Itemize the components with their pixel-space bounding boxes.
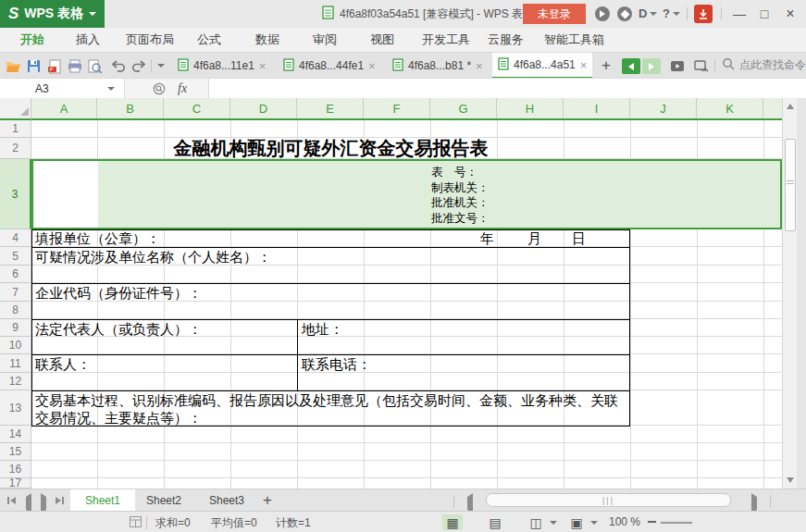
selection-row-3[interactable]: 表 号： 制表机关： 批准机关： 批准文号：	[31, 159, 782, 229]
column-header-I[interactable]: I	[564, 98, 630, 118]
toolbar-options-chevron-icon[interactable]	[157, 64, 165, 68]
minimize-button[interactable]: —	[727, 0, 751, 28]
menu-tab-view[interactable]: 视图	[370, 28, 394, 52]
row-header-11[interactable]: 11	[0, 354, 31, 373]
ink-pen-button[interactable]: D	[639, 6, 657, 20]
row-header-3[interactable]: 3	[0, 159, 31, 229]
workspace-icon[interactable]	[668, 57, 686, 75]
print-preview-icon[interactable]	[86, 57, 104, 75]
column-header-B[interactable]: B	[97, 98, 164, 118]
theme-icon[interactable]	[617, 6, 632, 21]
scroll-down-icon[interactable]	[787, 477, 794, 483]
menu-tab-insert[interactable]: 插入	[76, 28, 100, 52]
find-command-search[interactable]: 点此查找命令	[722, 57, 806, 73]
export-pdf-icon[interactable]: P	[45, 57, 63, 75]
row-header-1[interactable]: 1	[0, 120, 31, 138]
hscroll-left-icon[interactable]	[467, 497, 473, 510]
insert-function-icon[interactable]: fx	[178, 81, 187, 96]
close-tab-icon[interactable]: ×	[368, 59, 376, 73]
column-header-G[interactable]: G	[430, 98, 497, 118]
select-all-corner[interactable]	[0, 98, 31, 120]
row-header-15[interactable]: 15	[0, 443, 31, 461]
row-header-9[interactable]: 9	[0, 319, 31, 337]
column-header-H[interactable]: H	[497, 98, 564, 118]
name-box[interactable]: A3	[0, 79, 125, 99]
document-tab-4-active[interactable]: 4f6a8...4a51 ×	[492, 53, 592, 79]
page-break-view-icon[interactable]: ◫	[526, 514, 546, 530]
tab-scroll-right-button[interactable]	[642, 58, 661, 74]
column-header-D[interactable]: D	[230, 98, 297, 118]
column-header-F[interactable]: F	[364, 98, 430, 118]
close-tab-icon[interactable]: ×	[476, 59, 483, 73]
chevron-down-icon[interactable]	[590, 521, 598, 525]
column-header-A[interactable]: A	[31, 98, 97, 118]
new-tab-button[interactable]: +	[601, 56, 611, 75]
add-sheet-button[interactable]: +	[263, 491, 272, 510]
column-header-K[interactable]: K	[697, 98, 763, 118]
normal-view-icon[interactable]: ▦	[442, 514, 463, 530]
formula-input[interactable]	[208, 79, 806, 99]
menu-tab-review[interactable]: 审阅	[313, 28, 337, 52]
last-sheet-icon[interactable]	[56, 497, 64, 504]
row-header-17[interactable]: 17	[0, 478, 31, 489]
menu-tab-developer[interactable]: 开发工具	[422, 28, 470, 52]
first-sheet-icon[interactable]	[7, 497, 16, 504]
menu-tab-data[interactable]: 数据	[255, 28, 279, 52]
menu-tab-cloud[interactable]: 云服务	[488, 28, 524, 52]
zoom-slider[interactable]	[661, 522, 692, 524]
horizontal-scroll-thumb[interactable]: |||	[486, 493, 731, 507]
page-layout-view-icon[interactable]: ▤	[485, 514, 505, 530]
row-header-6[interactable]: 6	[0, 266, 31, 283]
wps-menu-button[interactable]: S WPS 表格	[0, 0, 105, 28]
active-cell-A3[interactable]	[33, 161, 98, 228]
zoom-out-icon[interactable]	[648, 521, 656, 523]
save-icon[interactable]	[25, 57, 43, 75]
reading-mode-icon[interactable]: ▣	[566, 514, 587, 530]
maximize-button[interactable]: □	[752, 0, 776, 28]
open-file-icon[interactable]	[5, 57, 22, 75]
tab-scroll-left-button[interactable]	[622, 58, 640, 74]
close-tab-icon[interactable]: ×	[259, 59, 267, 73]
vertical-scrollbar[interactable]	[782, 98, 797, 489]
redo-icon[interactable]	[130, 57, 147, 75]
hscroll-right-icon[interactable]	[751, 497, 757, 510]
print-icon[interactable]	[66, 57, 83, 75]
sheet-tab-sheet1[interactable]: Sheet1	[70, 489, 135, 511]
zoom-level[interactable]: 100 %	[609, 515, 640, 528]
previous-sheet-icon[interactable]	[26, 497, 31, 510]
undo-icon[interactable]	[109, 57, 127, 75]
close-tab-icon[interactable]: ×	[580, 58, 588, 72]
close-button[interactable]: ×	[778, 0, 802, 28]
menu-tab-home[interactable]: 开始	[20, 28, 44, 52]
row-header-14[interactable]: 14	[0, 426, 31, 443]
menu-tab-formulas[interactable]: 公式	[197, 28, 221, 52]
row-header-5[interactable]: 5	[0, 247, 31, 266]
sheet-tab-sheet3[interactable]: Sheet3	[194, 489, 259, 511]
download-icon[interactable]	[694, 5, 713, 23]
row-header-4[interactable]: 4	[0, 229, 31, 247]
sheet-tab-sheet2[interactable]: Sheet2	[131, 489, 196, 511]
help-button[interactable]: ?	[663, 6, 680, 20]
smart-search-icon[interactable]	[153, 82, 166, 98]
row-header-13[interactable]: 13	[0, 390, 31, 426]
row-header-7[interactable]: 7	[0, 283, 31, 302]
chevron-down-icon[interactable]	[550, 521, 557, 525]
row-header-10[interactable]: 10	[0, 337, 31, 354]
chevron-down-icon[interactable]	[107, 87, 115, 91]
next-sheet-icon[interactable]	[41, 497, 46, 510]
login-button[interactable]: 未登录	[523, 4, 586, 24]
share-document-icon[interactable]	[692, 57, 710, 75]
menu-tab-page-layout[interactable]: 页面布局	[126, 28, 174, 52]
document-tab-1[interactable]: 4f6a8...11e1 ×	[172, 53, 271, 79]
worksheet-cells[interactable]: 金融机构甄别可疑外汇资金交易报告表 表 号： 制表机关： 批准机关： 批准文号：…	[31, 120, 782, 489]
column-header-J[interactable]: J	[630, 98, 697, 118]
vertical-scroll-thumb[interactable]	[785, 139, 796, 231]
document-tab-2[interactable]: 4f6a8...44fe1 ×	[278, 53, 381, 79]
row-header-12[interactable]: 12	[0, 373, 31, 390]
menu-tab-smart-toolbox[interactable]: 智能工具箱	[544, 28, 604, 52]
column-header-E[interactable]: E	[297, 98, 364, 118]
column-header-C[interactable]: C	[164, 98, 230, 118]
document-tab-3[interactable]: 4f6a8...b81 * ×	[387, 53, 489, 79]
scroll-up-icon[interactable]	[787, 104, 794, 109]
row-header-8[interactable]: 8	[0, 302, 31, 319]
